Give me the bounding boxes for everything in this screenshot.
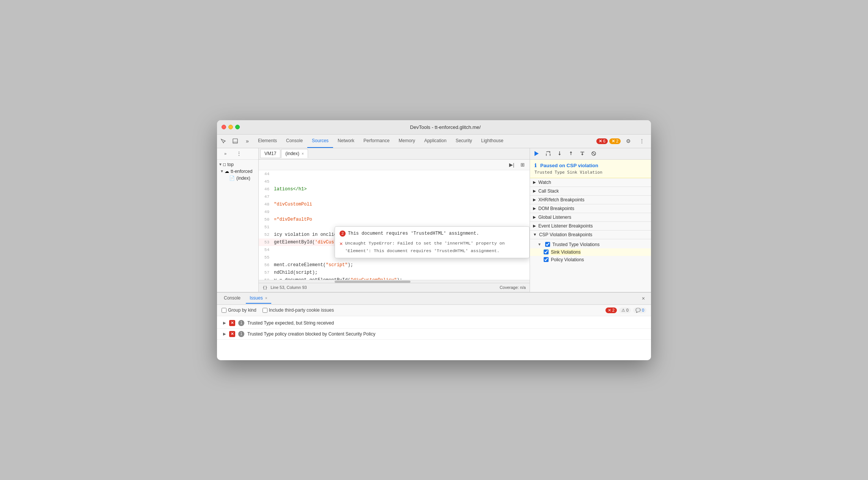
right-panel-content: ℹ Paused on CSP violation Trusted Type S…	[530, 160, 651, 292]
include-third-party-label[interactable]: Include third-party cookie issues	[263, 307, 334, 313]
issue-1-text: Trusted Type expected, but String receiv…	[247, 320, 334, 326]
source-tab-vm17[interactable]: VM17	[260, 149, 280, 158]
tab-performance[interactable]: Performance	[359, 135, 394, 148]
section-event[interactable]: ▶ Event Listener Breakpoints	[530, 222, 651, 231]
section-callstack[interactable]: ▶ Call Stack	[530, 187, 651, 196]
more-tabs-icon[interactable]: »	[242, 136, 253, 146]
drawer-icon[interactable]	[230, 136, 241, 146]
tab-issues-close-icon[interactable]: ×	[265, 296, 267, 300]
issue-item-2[interactable]: ▶ ✕ 1 Trusted Type policy creation block…	[217, 329, 651, 340]
tab-elements[interactable]: Elements	[253, 135, 281, 148]
section-global-label: Global Listeners	[538, 215, 571, 220]
code-editor[interactable]: 44 45 46 lations</h1>	[259, 170, 530, 280]
code-line-48: 48 "divCustomPoli	[259, 201, 530, 208]
section-watch[interactable]: ▶ Watch	[530, 178, 651, 187]
issue-1-toggle[interactable]: ▶	[223, 321, 226, 325]
titlebar: DevTools - tt-enforced.glitch.me/	[217, 120, 651, 135]
bottom-panel: Console Issues × × Group by kind	[217, 292, 651, 360]
bp-parent-arrow: ▼	[538, 242, 541, 246]
csp-title-text: Paused on CSP violation	[540, 163, 598, 168]
bp-policy-checkbox[interactable]	[544, 257, 549, 262]
code-line-47: 47	[259, 193, 530, 201]
step-btn[interactable]	[578, 149, 587, 158]
content-area: » ⋮ ▼ □ top ▼ ☁ tt-enforced	[217, 148, 651, 292]
tab-sources[interactable]: Sources	[307, 135, 333, 148]
settings-icon[interactable]: ⚙	[623, 136, 634, 146]
tab-memory[interactable]: Memory	[394, 135, 420, 148]
close-button[interactable]	[222, 125, 226, 129]
section-dom[interactable]: ▶ DOM Breakpoints	[530, 204, 651, 213]
line-num-55: 55	[259, 254, 274, 261]
section-xhr[interactable]: ▶ XHR/fetch Breakpoints	[530, 196, 651, 204]
format-icon[interactable]: {}	[263, 285, 267, 290]
issue-2-toggle[interactable]: ▶	[223, 332, 226, 336]
line-num-45: 45	[259, 178, 274, 185]
section-csp-arrow: ▼	[533, 232, 537, 237]
toolbar-right: ✕ 6 ✕ 2 ⚙ ⋮	[596, 136, 651, 146]
tab-console[interactable]: Console	[281, 135, 307, 148]
line-num-58: 58	[259, 276, 274, 280]
issue-warning-count: 0	[626, 308, 629, 312]
tab-issues-bottom[interactable]: Issues ×	[246, 293, 271, 304]
file-icon: 📄	[229, 176, 235, 181]
horizontal-scrollbar[interactable]	[259, 280, 530, 283]
resume-btn[interactable]	[532, 149, 541, 158]
code-line-46: 46 lations</h1>	[259, 185, 530, 193]
source-tab-close-icon[interactable]: ×	[302, 152, 304, 156]
bp-sink-checkbox[interactable]	[544, 249, 549, 254]
bottom-panel-close[interactable]: ×	[639, 295, 648, 301]
group-by-kind-checkbox[interactable]	[222, 308, 226, 313]
devtools-panel: » Elements Console Sources Network Perfo…	[217, 135, 651, 360]
minimize-button[interactable]	[228, 125, 233, 129]
expand-right-icon[interactable]: ⊞	[518, 160, 527, 169]
step-over-btn[interactable]	[544, 149, 553, 158]
bp-policy-label: Policy Violations	[551, 257, 584, 262]
deactivate-btn[interactable]	[589, 149, 598, 158]
bottom-tabs: Console Issues × ×	[217, 293, 651, 305]
section-global[interactable]: ▶ Global Listeners	[530, 213, 651, 222]
issue-item-1[interactable]: ▶ ✕ 1 Trusted Type expected, but String …	[217, 318, 651, 329]
tooltip-line1: 2 This document requires 'TrustedHTML' a…	[340, 230, 525, 237]
right-toolbar	[530, 148, 651, 160]
tree-item-index[interactable]: 📄 (index)	[217, 175, 258, 182]
line-content-56: ment.createElement("script");	[274, 261, 530, 269]
sidebar-more-icon[interactable]: ⋮	[234, 148, 244, 159]
tree-item-top[interactable]: ▼ □ top	[217, 161, 258, 168]
step-into-btn[interactable]	[555, 149, 564, 158]
more-sidebar-icon[interactable]: »	[220, 148, 231, 159]
tab-lighthouse[interactable]: Lighthouse	[476, 135, 508, 148]
format-icon[interactable]: ▶|	[508, 160, 516, 169]
source-tab-index[interactable]: (index) ×	[281, 149, 308, 158]
code-lines: 44 45 46 lations</h1>	[259, 170, 530, 280]
tooltip-text-2: Uncaught TypeError: Failed to set the 'i…	[345, 240, 525, 255]
tab-application[interactable]: Application	[420, 135, 451, 148]
bp-trusted-type-checkbox[interactable]	[545, 242, 550, 247]
tree-arrow-domain: ▼	[220, 169, 225, 173]
error-x-icon: ✕	[599, 139, 602, 144]
csp-banner-subtitle: Trusted Type Sink Violation	[535, 170, 646, 175]
cursor-icon[interactable]	[218, 136, 228, 146]
more-options-icon[interactable]: ⋮	[637, 136, 647, 146]
code-line-45: 45	[259, 178, 530, 185]
devtools-window: DevTools - tt-enforced.glitch.me/ » Elem…	[217, 120, 651, 360]
tree-label-domain: tt-enforced	[231, 169, 252, 174]
section-csp[interactable]: ▼ CSP Violation Breakpoints	[530, 231, 651, 239]
tab-console-bottom[interactable]: Console	[220, 293, 244, 304]
step-out-btn[interactable]	[566, 149, 576, 158]
include-third-party-checkbox[interactable]	[263, 308, 267, 313]
section-event-arrow: ▶	[533, 224, 536, 228]
tree-item-domain[interactable]: ▼ ☁ tt-enforced	[217, 168, 258, 175]
section-dom-label: DOM Breakpoints	[538, 206, 574, 211]
line-num-46: 46	[259, 185, 274, 193]
group-by-kind-label[interactable]: Group by kind	[222, 307, 256, 313]
section-watch-arrow: ▶	[533, 180, 536, 184]
tab-security[interactable]: Security	[451, 135, 476, 148]
tab-network[interactable]: Network	[333, 135, 359, 148]
line-num-54: 54	[259, 246, 274, 254]
maximize-button[interactable]	[235, 125, 240, 129]
line-content-45	[274, 178, 530, 185]
error-badge[interactable]: ✕ 6	[596, 138, 608, 144]
issue-info-badge: 💬 0	[633, 307, 646, 313]
source-tabs: VM17 (index) ×	[259, 148, 530, 160]
warning-badge[interactable]: ✕ 2	[609, 138, 621, 144]
